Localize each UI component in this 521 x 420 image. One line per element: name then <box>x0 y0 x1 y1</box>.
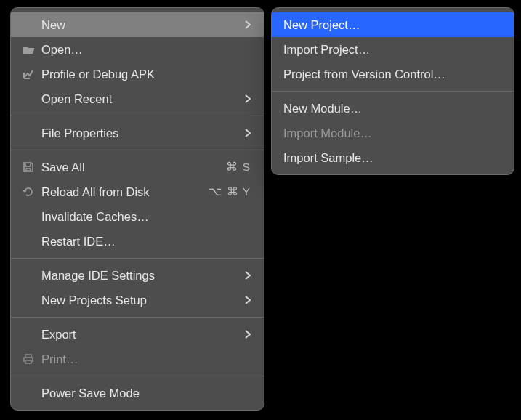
menu-item-invalidate-caches[interactable]: Invalidate Caches… <box>11 204 264 229</box>
chevron-right-icon <box>241 20 251 29</box>
menu-item-new-projects-setup[interactable]: New Projects Setup <box>11 288 264 312</box>
menu-separator <box>11 376 264 376</box>
menu-separator <box>272 91 514 92</box>
menu-item-manage-ide-settings[interactable]: Manage IDE Settings <box>11 263 264 288</box>
menu-item-restart-ide[interactable]: Restart IDE… <box>11 229 264 254</box>
menu-item-label: Restart IDE… <box>41 235 251 249</box>
menu-item-export[interactable]: Export <box>11 322 264 347</box>
submenu-item-project-from-version-control[interactable]: Project from Version Control… <box>272 62 514 86</box>
menu-item-new[interactable]: New <box>11 12 264 37</box>
menu-item-label: Profile or Debug APK <box>41 68 251 81</box>
chevron-right-icon <box>241 330 251 339</box>
menu-item-label: New Module… <box>283 102 501 116</box>
menu-item-profile-debug-apk[interactable]: Profile or Debug APK <box>11 62 264 86</box>
menu-separator <box>11 116 264 116</box>
menu-item-label: Export <box>41 328 241 342</box>
menu-item-label: New Projects Setup <box>41 294 241 307</box>
menu-item-power-save-mode[interactable]: Power Save Mode <box>11 381 264 405</box>
menu-separator <box>11 317 264 318</box>
menu-item-label: Import Project… <box>283 43 501 57</box>
menu-item-label: File Properties <box>41 126 241 140</box>
menu-item-label: Open… <box>41 43 251 57</box>
menu-item-open-recent[interactable]: Open Recent <box>11 86 264 111</box>
menu-separator <box>11 150 264 150</box>
reload-icon <box>23 186 41 198</box>
menu-item-label: Open Recent <box>41 92 241 106</box>
menu-item-reload-all-from-disk[interactable]: Reload All from Disk ⌥ ⌘ Y <box>11 179 264 204</box>
menu-item-label: New <box>41 18 241 32</box>
submenu-item-new-module[interactable]: New Module… <box>272 96 514 121</box>
profile-debug-icon <box>23 68 41 80</box>
folder-open-icon <box>23 44 41 54</box>
chevron-right-icon <box>241 129 251 137</box>
menu-item-label: Save All <box>41 161 210 174</box>
submenu-item-import-module: Import Module… <box>272 121 514 145</box>
menu-item-open[interactable]: Open… <box>11 37 264 62</box>
menu-item-label: Power Save Mode <box>41 387 251 400</box>
print-icon <box>23 353 41 365</box>
menu-item-label: Manage IDE Settings <box>41 269 241 283</box>
menu-item-save-all[interactable]: Save All ⌘ S <box>11 155 264 179</box>
menu-item-label: Import Sample… <box>283 151 501 165</box>
menu-item-print: Print… <box>11 347 264 371</box>
chevron-right-icon <box>241 296 251 304</box>
menu-shortcut: ⌘ S <box>210 161 251 174</box>
submenu-item-import-sample[interactable]: Import Sample… <box>272 145 514 170</box>
menu-item-label: Import Module… <box>283 126 501 140</box>
chevron-right-icon <box>241 94 251 103</box>
menu-item-label: New Project… <box>283 18 501 32</box>
submenu-item-import-project[interactable]: Import Project… <box>272 37 514 62</box>
menu-item-file-properties[interactable]: File Properties <box>11 121 264 145</box>
submenu-item-new-project[interactable]: New Project… <box>272 12 514 37</box>
menu-item-label: Project from Version Control… <box>283 68 501 81</box>
file-menu: New Open… Profile or Debug APK Open Rece… <box>10 7 264 411</box>
menu-item-label: Reload All from Disk <box>41 185 209 199</box>
menu-item-label: Print… <box>41 352 251 366</box>
menu-separator <box>11 258 264 259</box>
menu-item-label: Invalidate Caches… <box>41 210 251 224</box>
menu-shortcut: ⌥ ⌘ Y <box>209 185 251 198</box>
new-submenu: New Project… Import Project… Project fro… <box>271 7 514 175</box>
save-icon <box>23 161 41 173</box>
chevron-right-icon <box>241 271 251 280</box>
